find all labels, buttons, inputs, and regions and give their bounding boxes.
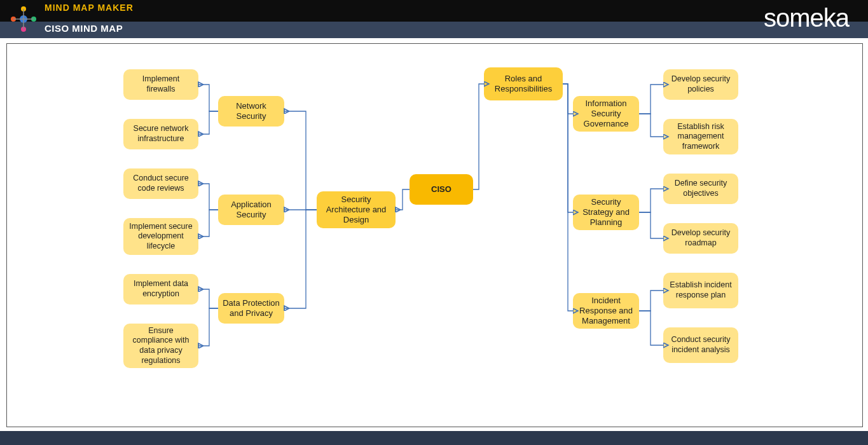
svg-point-4 <box>11 17 16 22</box>
leaf-node[interactable]: Develop security roadmap <box>663 223 738 254</box>
header-strip <box>0 22 868 38</box>
svg-point-0 <box>20 15 27 23</box>
app-logo-icon <box>10 5 38 33</box>
left-sub-node[interactable]: Data Protection and Privacy <box>218 293 284 324</box>
right-sub-node[interactable]: Incident Response and Management <box>573 293 639 329</box>
mind-map-canvas: CISO Security Architecture and Design Ro… <box>6 43 863 427</box>
svg-point-1 <box>21 6 26 11</box>
leaf-node[interactable]: Ensure compliance with data privacy regu… <box>123 324 198 368</box>
leaf-node[interactable]: Establish risk management framework <box>663 119 738 154</box>
leaf-node[interactable]: Implement secure development lifecycle <box>123 218 198 255</box>
leaf-node[interactable]: Define security objectives <box>663 174 738 204</box>
leaf-node[interactable]: Implement data encryption <box>123 274 198 305</box>
left-category-node[interactable]: Security Architecture and Design <box>317 191 396 228</box>
left-sub-node[interactable]: Network Security <box>218 96 284 127</box>
svg-point-3 <box>21 27 26 32</box>
right-category-node[interactable]: Roles and Responsibilities <box>484 67 563 100</box>
header: MIND MAP MAKER CISO MIND MAP someka <box>0 0 868 38</box>
leaf-node[interactable]: Secure network infrastructure <box>123 119 198 149</box>
root-node[interactable]: CISO <box>410 174 473 205</box>
svg-point-2 <box>31 17 36 22</box>
left-sub-node[interactable]: Application Security <box>218 195 284 225</box>
right-sub-node[interactable]: Security Strategy and Planning <box>573 195 639 230</box>
brand-logo: someka <box>764 4 849 32</box>
page-title: CISO MIND MAP <box>45 23 123 34</box>
leaf-node[interactable]: Conduct secure code reviews <box>123 168 198 199</box>
app-name: MIND MAP MAKER <box>45 3 134 13</box>
leaf-node[interactable]: Develop security policies <box>663 69 738 100</box>
leaf-node[interactable]: Establish incident response plan <box>663 273 738 308</box>
right-sub-node[interactable]: Information Security Governance <box>573 96 639 132</box>
leaf-node[interactable]: Conduct security incident analysis <box>663 327 738 363</box>
footer-bar <box>0 431 868 445</box>
leaf-node[interactable]: Implement firewalls <box>123 69 198 100</box>
